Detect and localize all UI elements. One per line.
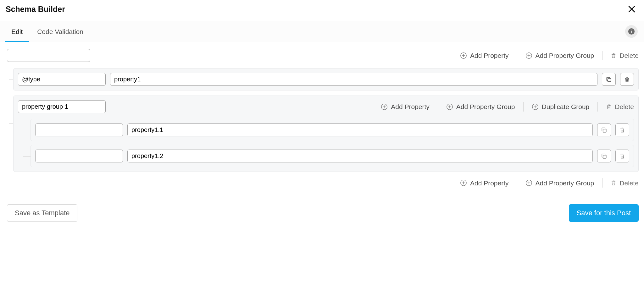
- separator: [517, 178, 517, 188]
- trash-icon: [606, 104, 612, 110]
- bottom-actions: Add Property Add Property Group Delete: [7, 178, 639, 188]
- group-children: [31, 119, 634, 167]
- property-group-panel: Add Property Add Property Group Duplicat…: [13, 96, 639, 172]
- delete-property-button[interactable]: [615, 123, 629, 136]
- copy-icon: [601, 127, 607, 133]
- group-add-property-button[interactable]: Add Property: [381, 103, 430, 110]
- separator: [523, 102, 524, 112]
- property-name-input[interactable]: [35, 150, 123, 162]
- separator: [597, 102, 598, 112]
- svg-rect-13: [608, 78, 611, 81]
- save-template-button[interactable]: Save as Template: [7, 204, 77, 222]
- property-value-input[interactable]: [127, 150, 593, 162]
- tab-code-validation[interactable]: Code Validation: [37, 21, 83, 42]
- group-name-input[interactable]: [18, 100, 106, 113]
- plus-circle-icon: [525, 52, 532, 59]
- action-label: Delete: [619, 180, 639, 186]
- copy-property-button[interactable]: [597, 123, 611, 136]
- trash-icon: [619, 127, 625, 133]
- delete-group-button[interactable]: Delete: [606, 103, 634, 110]
- property-row: [35, 123, 629, 136]
- property-panel: [31, 145, 634, 167]
- copy-icon: [606, 76, 612, 83]
- svg-rect-30: [603, 155, 606, 158]
- svg-rect-3: [631, 31, 632, 33]
- action-label: Add Property: [470, 180, 509, 186]
- separator: [517, 51, 517, 60]
- copy-property-button[interactable]: [602, 73, 616, 86]
- property-row: [18, 73, 634, 86]
- tree-line: [23, 156, 31, 157]
- tab-edit[interactable]: Edit: [11, 21, 23, 42]
- plus-circle-icon: [460, 179, 467, 186]
- close-icon: [627, 4, 636, 14]
- property-name-input[interactable]: [18, 73, 106, 86]
- schema-root: Add Property Add Property Group Delete: [7, 49, 639, 172]
- bottom-delete-button[interactable]: Delete: [611, 180, 639, 186]
- info-button[interactable]: [625, 25, 638, 38]
- group-header: Add Property Add Property Group Duplicat…: [18, 100, 634, 113]
- svg-rect-4: [631, 30, 632, 30]
- root-add-group-button[interactable]: Add Property Group: [525, 52, 594, 59]
- action-label: Add Property: [391, 103, 430, 110]
- root-delete-button[interactable]: Delete: [611, 52, 639, 59]
- bottom-add-property-button[interactable]: Add Property: [460, 179, 509, 186]
- delete-property-button[interactable]: [615, 150, 629, 162]
- copy-property-button[interactable]: [597, 150, 611, 162]
- trash-icon: [619, 153, 625, 159]
- property-name-input[interactable]: [35, 123, 123, 136]
- plus-circle-icon: [460, 52, 467, 59]
- tree-line: [9, 79, 13, 79]
- modal-footer: Save as Template Save for this Post: [0, 197, 644, 229]
- property-value-input[interactable]: [127, 123, 593, 136]
- modal-header: Schema Builder: [0, 0, 644, 21]
- property-panel: [31, 119, 634, 141]
- group-add-group-button[interactable]: Add Property Group: [446, 103, 515, 110]
- action-label: Duplicate Group: [542, 103, 590, 110]
- copy-icon: [601, 153, 607, 159]
- property-panel: [13, 68, 639, 90]
- close-button[interactable]: [626, 3, 638, 15]
- trash-icon: [611, 180, 616, 186]
- plus-circle-icon: [532, 103, 539, 110]
- plus-circle-icon: [381, 103, 388, 110]
- separator: [602, 178, 602, 188]
- duplicate-group-button[interactable]: Duplicate Group: [532, 103, 590, 110]
- action-label: Add Property: [470, 52, 509, 59]
- trash-icon: [624, 76, 630, 83]
- tree-line: [23, 113, 23, 160]
- separator: [438, 102, 438, 112]
- tab-bar: Edit Code Validation: [0, 21, 644, 42]
- trash-icon: [611, 52, 616, 59]
- separator: [602, 51, 602, 60]
- info-icon: [628, 28, 635, 35]
- tree-line: [9, 123, 13, 124]
- builder-content: Add Property Add Property Group Delete: [0, 42, 644, 191]
- plus-circle-icon: [525, 179, 532, 186]
- root-name-input[interactable]: [7, 49, 90, 62]
- tree-line: [9, 62, 9, 150]
- action-label: Delete: [615, 103, 634, 110]
- bottom-add-group-button[interactable]: Add Property Group: [525, 179, 594, 186]
- root-head: Add Property Add Property Group Delete: [7, 49, 639, 62]
- plus-circle-icon: [446, 103, 453, 110]
- tree-line: [23, 130, 31, 130]
- page-title: Schema Builder: [6, 5, 65, 14]
- tab-list: Edit Code Validation: [6, 21, 83, 42]
- property-value-input[interactable]: [110, 73, 597, 86]
- action-label: Add Property Group: [456, 103, 515, 110]
- property-row: [35, 150, 629, 162]
- action-label: Add Property Group: [536, 52, 594, 59]
- action-label: Delete: [619, 52, 639, 59]
- delete-property-button[interactable]: [620, 73, 634, 86]
- root-add-property-button[interactable]: Add Property: [460, 52, 509, 59]
- save-post-button[interactable]: Save for this Post: [569, 204, 639, 222]
- svg-rect-27: [603, 129, 606, 132]
- root-children: Add Property Add Property Group Duplicat…: [13, 68, 639, 172]
- action-label: Add Property Group: [536, 180, 594, 186]
